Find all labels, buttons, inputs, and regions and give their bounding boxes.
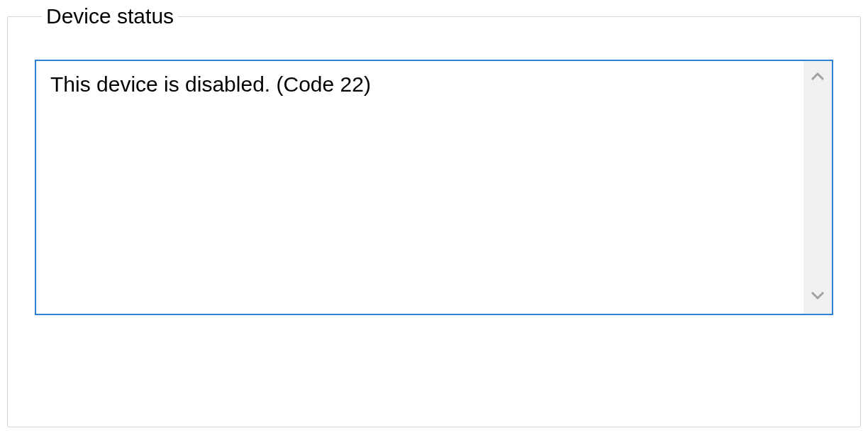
scroll-down-button[interactable] (803, 280, 832, 314)
chevron-up-icon (811, 72, 825, 84)
device-status-message: This device is disabled. (Code 22) (36, 61, 803, 314)
device-status-group: Device status This device is disabled. (… (7, 6, 861, 427)
device-status-textbox[interactable]: This device is disabled. (Code 22) (35, 60, 833, 315)
scrollbar-vertical[interactable] (803, 61, 832, 314)
device-status-legend: Device status (42, 6, 178, 27)
scroll-up-button[interactable] (803, 61, 832, 95)
chevron-down-icon (811, 290, 825, 303)
